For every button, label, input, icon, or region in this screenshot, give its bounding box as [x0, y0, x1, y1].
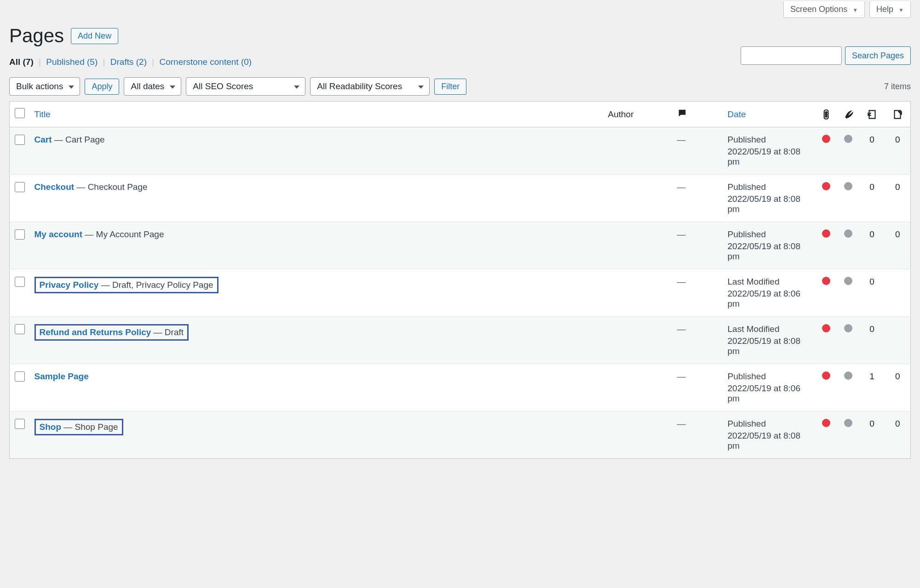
seo-dot: [822, 371, 830, 380]
col-title[interactable]: Title: [30, 102, 604, 127]
col-author[interactable]: Author: [604, 102, 673, 127]
feather-icon: [842, 108, 854, 120]
page-title-suffix: — Draft, Privacy Policy Page: [98, 280, 213, 290]
caret-down-icon: ▼: [898, 7, 904, 13]
filter-published[interactable]: Published (5): [46, 57, 98, 67]
seo-dot: [822, 324, 830, 332]
row-checkbox[interactable]: [15, 419, 25, 429]
col-links-in[interactable]: [859, 102, 885, 127]
table-row: Shop — Shop Page — Published 2022/05/19 …: [10, 411, 911, 459]
date-text: 2022/05/19 at 8:08 pm: [728, 147, 811, 167]
comments-value: —: [677, 182, 686, 192]
caret-down-icon: ▼: [852, 7, 858, 13]
row-checkbox[interactable]: [15, 324, 25, 334]
page-title-link[interactable]: My account: [34, 229, 83, 239]
comment-icon: [677, 108, 687, 118]
links-out-value: 0: [885, 127, 911, 175]
date-status: Published: [728, 182, 811, 192]
page-title-link[interactable]: Shop: [40, 422, 62, 432]
readability-dot: [844, 371, 852, 380]
filter-all[interactable]: All (7): [9, 57, 34, 67]
page-title-suffix: — Checkout Page: [74, 182, 147, 192]
pages-table: Title Author Date: [9, 101, 911, 459]
add-new-button[interactable]: Add New: [71, 28, 118, 44]
links-in-value: 0: [859, 127, 885, 175]
date-text: 2022/05/19 at 8:08 pm: [728, 336, 811, 356]
filter-cornerstone[interactable]: Cornerstone content (0): [159, 57, 252, 67]
search-pages-button[interactable]: Search Pages: [845, 46, 911, 65]
links-out-value: [885, 269, 911, 317]
table-row: Checkout — Checkout Page — Published 202…: [10, 175, 911, 222]
date-text: 2022/05/19 at 8:06 pm: [728, 289, 811, 309]
row-checkbox[interactable]: [15, 371, 25, 382]
bulk-actions-select[interactable]: Bulk actions: [9, 77, 80, 96]
page-title-link[interactable]: Checkout: [34, 182, 75, 192]
screen-options-label: Screen Options: [790, 5, 847, 14]
links-in-value: 0: [859, 317, 885, 364]
comments-value: —: [677, 229, 686, 239]
col-readability[interactable]: [837, 102, 859, 127]
page-title-link[interactable]: Sample Page: [34, 371, 89, 381]
seo-score-select[interactable]: All SEO Scores: [186, 77, 305, 96]
help-label: Help: [876, 5, 893, 14]
comments-value: —: [677, 277, 686, 286]
links-out-value: [885, 317, 911, 364]
page-title-suffix: — Shop Page: [61, 422, 118, 432]
items-count: 7 items: [884, 82, 911, 91]
seo-dot: [822, 229, 830, 238]
readability-score-select[interactable]: All Readability Scores: [310, 77, 430, 96]
col-date[interactable]: Date: [723, 102, 815, 127]
page-title-suffix: — Draft: [151, 327, 184, 337]
traffic-light-icon: [820, 108, 832, 120]
comments-value: —: [677, 419, 686, 428]
seo-dot: [822, 135, 830, 143]
readability-dot: [844, 229, 852, 238]
seo-dot: [822, 277, 830, 285]
links-in-value: 0: [859, 175, 885, 222]
comments-value: —: [677, 135, 686, 144]
date-status: Published: [728, 371, 811, 382]
page-title-link[interactable]: Cart: [34, 135, 52, 144]
readability-dot: [844, 135, 852, 143]
comments-value: —: [677, 324, 686, 334]
date-status: Published: [728, 229, 811, 240]
links-in-value: 0: [859, 222, 885, 269]
col-seo[interactable]: [815, 102, 837, 127]
col-links-out[interactable]: [885, 102, 911, 127]
row-checkbox[interactable]: [15, 277, 25, 287]
filter-drafts[interactable]: Drafts (2): [110, 57, 147, 67]
date-status: Last Modified: [728, 324, 811, 334]
table-row: Sample Page — Published 2022/05/19 at 8:…: [10, 364, 911, 411]
links-in-value: 0: [859, 269, 885, 317]
svg-point-1: [825, 112, 827, 113]
seo-dot: [822, 182, 830, 190]
date-text: 2022/05/19 at 8:08 pm: [728, 431, 811, 451]
apply-button[interactable]: Apply: [85, 79, 119, 95]
dates-select[interactable]: All dates: [124, 77, 181, 96]
row-checkbox[interactable]: [15, 182, 25, 192]
row-checkbox[interactable]: [15, 229, 25, 240]
date-text: 2022/05/19 at 8:08 pm: [728, 241, 811, 262]
row-checkbox[interactable]: [15, 135, 25, 145]
links-out-value: 0: [885, 175, 911, 222]
seo-dot: [822, 419, 830, 427]
page-title-suffix: — My Account Page: [82, 229, 164, 239]
readability-dot: [844, 277, 852, 285]
svg-point-3: [825, 115, 827, 117]
links-in-value: 0: [859, 411, 885, 459]
table-row: My account — My Account Page — Published…: [10, 222, 911, 269]
select-all-checkbox[interactable]: [15, 108, 25, 118]
page-title-link[interactable]: Privacy Policy: [40, 280, 99, 290]
filter-button[interactable]: Filter: [434, 79, 466, 95]
svg-point-2: [825, 114, 827, 115]
page-title-link[interactable]: Refund and Returns Policy: [40, 327, 151, 337]
date-status: Published: [728, 135, 811, 145]
screen-options-tab[interactable]: Screen Options ▼: [783, 1, 865, 18]
links-out-value: 0: [885, 364, 911, 411]
outbound-link-icon: [891, 108, 903, 120]
date-status: Published: [728, 419, 811, 429]
search-input[interactable]: [741, 46, 842, 65]
col-comments[interactable]: [673, 102, 723, 127]
date-status: Last Modified: [728, 277, 811, 287]
help-tab[interactable]: Help ▼: [869, 1, 911, 18]
